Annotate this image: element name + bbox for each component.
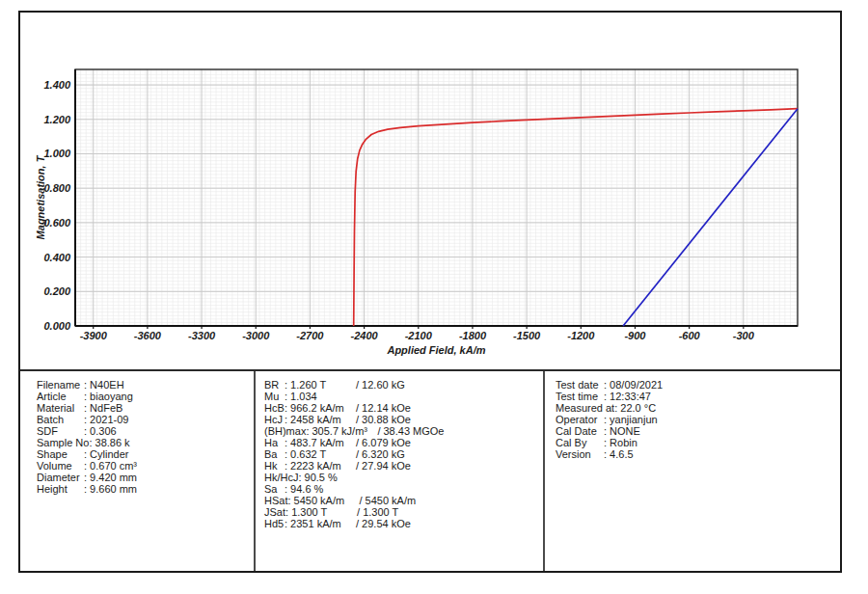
info-row: Hk/HcJ: 90.5 % (264, 472, 543, 483)
row-value-cgs: / 29.54 kOe (356, 518, 411, 529)
row-label: Material (37, 402, 84, 414)
magnetic-results-panel: BR: 1.260 T/ 12.60 kGMu: 1.034HcB: 966.2… (254, 371, 543, 571)
info-row: Batch: 2021-09 (37, 414, 254, 425)
row-label: Volume (37, 460, 84, 472)
info-row: Cal Date: NONE (556, 425, 838, 437)
row-value-cgs: / 6.320 kG (356, 448, 405, 460)
info-row: Ba: 0.632 T/ 6.320 kG (264, 448, 543, 460)
row-label: (BH)max (264, 425, 306, 437)
svg-text:0.000: 0.000 (43, 320, 70, 332)
row-value: : 9.420 mm (84, 472, 137, 483)
row-label: Ba (264, 448, 285, 460)
row-value-si: : 2351 kA/m (285, 518, 356, 529)
svg-text:-1800: -1800 (459, 330, 487, 341)
info-row: Height: 9.660 mm (37, 483, 254, 495)
row-value-si: : 2458 kA/m (285, 414, 356, 425)
row-label: Cal By (556, 437, 604, 448)
row-value-si: : 5450 kA/m (287, 495, 359, 506)
row-value: : NdFeB (84, 402, 122, 414)
info-row: HcB: 966.2 kA/m/ 12.14 kOe (264, 402, 543, 414)
svg-text:-2700: -2700 (296, 330, 324, 341)
row-label: JSat (264, 506, 285, 518)
row-value-si: : 1.034 (285, 391, 356, 402)
row-label: Measured at (556, 402, 614, 414)
svg-text:0.200: 0.200 (43, 285, 70, 297)
row-label: Diameter (37, 472, 84, 483)
info-row: Shape: Cylinder (37, 448, 254, 460)
row-value-si: : 0.632 T (285, 448, 356, 460)
info-row: Operator: yanjianjun (556, 414, 838, 425)
row-value-si: : 1.260 T (285, 379, 356, 391)
row-value: : N40EH (84, 379, 124, 391)
row-label: Hk (264, 460, 285, 472)
row-value-si: : 90.5 % (298, 472, 369, 483)
report-table: Filename: N40EHArticle: biaoyangMaterial… (20, 369, 840, 571)
row-value: : 0.306 (84, 425, 117, 437)
row-label: Test date (556, 379, 604, 391)
row-value-cgs: / 38.43 MGOe (377, 425, 444, 437)
row-value-si: : 305.7 kJ/m³ (306, 425, 377, 437)
info-row: Mu: 1.034 (264, 391, 543, 402)
row-label: HcB (264, 402, 285, 414)
info-row: SDF: 0.306 (37, 425, 254, 437)
row-value: : 2021-09 (84, 414, 128, 425)
demagnetization-chart: -3900-3600-3300-3000-2700-2400-2100-1800… (18, 11, 842, 369)
svg-text:-2400: -2400 (351, 330, 379, 341)
info-row: Filename: N40EH (37, 379, 254, 391)
info-row: Article: biaoyang (37, 391, 254, 402)
info-row: Version: 4.6.5 (556, 448, 838, 460)
svg-text:-3300: -3300 (188, 330, 216, 341)
row-label: Cal Date (556, 425, 604, 437)
svg-text:Applied Field, kA/m: Applied Field, kA/m (386, 344, 485, 356)
row-value: : 9.660 mm (84, 483, 137, 495)
svg-text:0.800: 0.800 (43, 182, 70, 194)
row-value: : NONE (604, 425, 640, 437)
row-label: Ha (264, 437, 285, 448)
info-row: Diameter: 9.420 mm (37, 472, 254, 483)
info-row: Test time: 12:33:47 (556, 391, 838, 402)
row-label: BR (264, 379, 285, 391)
info-row: Ha: 483.7 kA/m/ 6.079 kOe (264, 437, 543, 448)
info-row: Material: NdFeB (37, 402, 254, 414)
svg-text:-2100: -2100 (405, 330, 433, 341)
row-value-si: : 94.6 % (285, 483, 356, 495)
svg-text:1.400: 1.400 (43, 79, 70, 91)
info-row: Measured at: 22.0 °C (556, 402, 838, 414)
info-row: Hk: 2223 kA/m/ 27.94 kOe (264, 460, 543, 472)
row-value-cgs: / 30.88 kOe (356, 414, 411, 425)
row-value-cgs: / 12.14 kOe (356, 402, 411, 414)
row-value: : 08/09/2021 (604, 379, 663, 391)
row-label: Sample No (37, 437, 89, 448)
info-row: BR: 1.260 T/ 12.60 kG (264, 379, 543, 391)
magnet-test-report: -3900-3600-3300-3000-2700-2400-2100-1800… (0, 0, 868, 594)
row-label: Sa (264, 483, 285, 495)
row-value: : biaoyang (84, 391, 133, 402)
test-info-panel: Test date: 08/09/2021Test time: 12:33:47… (543, 371, 838, 571)
row-value-si: : 1.300 T (285, 506, 357, 518)
row-value-si: : 2223 kA/m (285, 460, 356, 472)
row-label: Operator (556, 414, 604, 425)
row-value-cgs: / 12.60 kG (356, 379, 405, 391)
info-row: Test date: 08/09/2021 (556, 379, 838, 391)
row-value-cgs: / 1.300 T (357, 506, 398, 518)
svg-text:0.400: 0.400 (43, 252, 70, 263)
row-label: Test time (556, 391, 604, 402)
info-row: HSat: 5450 kA/m/ 5450 kA/m (264, 495, 543, 506)
svg-text:-1500: -1500 (513, 330, 541, 341)
info-row: Volume: 0.670 cm³ (37, 460, 254, 472)
row-label: Mu (264, 391, 285, 402)
row-value: : 0.670 cm³ (84, 460, 137, 472)
row-value: : Robin (604, 437, 637, 448)
row-value-si: : 966.2 kA/m (285, 402, 356, 414)
svg-text:-900: -900 (624, 330, 646, 341)
row-label: Hk/HcJ (264, 472, 298, 483)
row-value: : Cylinder (84, 448, 128, 460)
row-value: : 38.86 k (89, 437, 129, 448)
info-row: HcJ: 2458 kA/m/ 30.88 kOe (264, 414, 543, 425)
row-value: : 22.0 °C (614, 402, 656, 414)
row-label: Hd5 (264, 518, 285, 529)
row-label: Filename (37, 379, 84, 391)
row-label: Article (37, 391, 84, 402)
svg-text:1.000: 1.000 (43, 148, 70, 159)
svg-text:-3600: -3600 (134, 330, 162, 341)
